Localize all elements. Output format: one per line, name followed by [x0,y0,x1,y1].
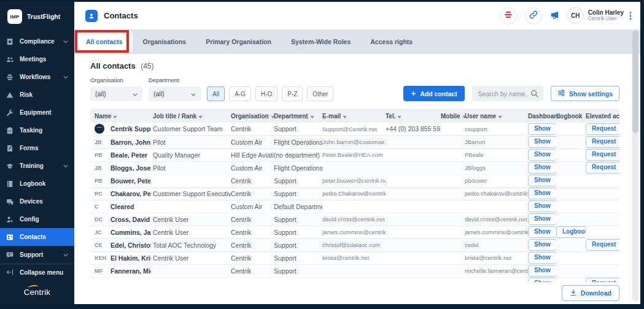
contact-row[interactable]: DCCross, DavidCentrik UserCentrikSupport… [90,213,619,226]
scrollbar-track[interactable] [632,29,638,301]
kebab-menu-icon[interactable] [629,12,632,20]
download-button[interactable]: Download [562,285,619,301]
contact-row[interactable]: MFFanneran, MichelleCentrikSupportmichel… [90,264,619,277]
app-window: IMP TrustFlight ComplianceMeetingsWorkfl… [0,0,644,309]
contact-row[interactable]: PBBeale, PeterQuality ManagerHill Edge A… [90,148,619,161]
show-dashboard-button[interactable]: Show [528,136,556,148]
contact-row[interactable]: PCChakarov, PetkoCustomer Support Execut… [90,187,619,200]
show-dashboard-button[interactable]: Show [528,213,556,225]
user-menu[interactable]: CH Colin Harley Centrik User [567,7,632,24]
show-dashboard-button[interactable]: Show [528,200,556,212]
show-dashboard-button[interactable]: Show [528,188,556,199]
logbook-button[interactable]: Logbook [556,226,586,238]
contact-row[interactable]: ShowRequest [90,277,619,282]
column-header-mobile[interactable]: Mobile [441,109,465,123]
tab-organisations[interactable]: Organisations [133,29,196,54]
request-elevated-access-button[interactable]: Request [586,239,619,251]
contact-row[interactable]: KEHEl Hakim, KristaCentrik UserCentrikSu… [90,251,619,264]
request-elevated-access-button[interactable]: Request [586,162,619,174]
sidebar-item-training[interactable]: Training [0,157,74,175]
request-elevated-access-button[interactable]: Request [586,136,619,148]
sidebar-item-logbook[interactable]: Logbook [0,175,74,193]
sidebar-item-workflows[interactable]: Workflows [0,68,74,86]
sliders-icon [557,90,565,97]
organisation-cell: Centrik [231,187,274,200]
sidebar-item-devices[interactable]: Devices [0,193,74,210]
tel-cell [386,226,441,238]
sidebar-item-contacts[interactable]: Contacts [0,228,74,246]
show-dashboard-button[interactable]: Show [528,252,556,264]
tab-access-rights[interactable]: Access rights [360,29,422,54]
tab-all-contacts[interactable]: All contacts [76,31,133,52]
username-cell: michelle.fanneran@centrik.net [465,264,528,277]
job-title-cell: Centrik User [153,226,231,238]
organisation-select[interactable]: (all) [90,86,142,101]
scrollbar-thumb[interactable] [632,30,638,133]
tab-primary-organisation[interactable]: Primary Organisation [196,29,281,54]
equipment-icon [6,109,14,116]
sidebar-item-config[interactable]: Config [0,210,74,228]
show-settings-button[interactable]: Show settings [551,86,619,101]
sidebar-item-label: Equipment [20,109,68,116]
workflows-status-button[interactable] [500,7,517,25]
sidebar-item-label: Training [20,162,58,169]
show-dashboard-button[interactable]: Show [528,265,556,277]
tel-cell [386,148,441,161]
request-elevated-access-button[interactable]: Request [586,278,619,282]
column-header-organisation[interactable]: Organisation [231,109,274,123]
show-dashboard-button[interactable]: Show [528,175,556,186]
column-header-e-mail[interactable]: E-mail [322,109,386,123]
centrik-logo: Centrik [24,288,50,297]
column-header-tel[interactable]: Tel. [386,109,441,123]
link-button[interactable] [525,7,542,25]
announcements-button[interactable] [550,10,559,21]
sidebar-item-tasking[interactable]: Tasking [0,121,74,139]
show-dashboard-button[interactable]: Show [528,239,556,251]
compliance-icon [6,37,14,45]
sidebar-item-equipment[interactable]: Equipment [0,104,74,121]
contact-row[interactable]: JBBarron, JohnPilotCustom AirFlight Oper… [90,135,619,148]
add-contact-button[interactable]: Add contact [403,86,465,101]
contact-row[interactable]: PBBouwer, PeterCentrikSupportpeter.bouwe… [90,174,619,187]
dashboard-cell: Show [528,213,556,226]
contact-row[interactable]: CClearedCustom AirDefault DepartmentShow [90,200,619,213]
request-elevated-access-button[interactable]: Request [586,149,619,161]
collapse-icon [6,269,14,277]
job-title-cell: Customer Support Team [153,123,231,135]
sidebar-item-support[interactable]: Support [0,246,74,264]
show-dashboard-button[interactable]: Show [528,226,556,238]
department-select[interactable]: (all) [149,86,201,101]
dashboard-cell: Show [528,161,556,174]
contact-name: Cross, David [111,216,150,223]
tab-system-wide-roles[interactable]: System-Wide Roles [281,29,360,54]
job-title-cell: Quality Manager [153,148,231,161]
alpha-filter-all[interactable]: All [207,86,225,101]
show-dashboard-button[interactable]: Show [528,162,556,174]
contact-row[interactable]: Centrik SupportCustomer Support TeamCent… [90,123,619,135]
show-dashboard-button[interactable]: Show [528,149,556,161]
sidebar-item-meetings[interactable]: Meetings [0,50,74,68]
show-dashboard-button[interactable]: Show [528,123,556,135]
collapse-menu-button[interactable]: Collapse menu [0,264,74,281]
sidebar-item-forms[interactable]: Forms [0,139,74,157]
contact-row[interactable]: JBBloggs, JosephPilotCustom AirFlight Op… [90,161,619,174]
contact-row[interactable]: JCCummins, JamesCentrik UserCentrikSuppo… [90,226,619,238]
contact-row[interactable]: CEEdel, ChristofTotal AOC TechnologyCent… [90,238,619,251]
header-actions: CH Colin Harley Centrik User [500,7,632,25]
show-dashboard-button[interactable]: Show [528,278,556,282]
alpha-filter-a-g[interactable]: A-G [229,86,251,101]
request-elevated-access-button[interactable]: Request [586,123,619,135]
sidebar-item-risk[interactable]: Risk [0,86,74,104]
filter-bar: Organisation (all) Department (all) AllA… [90,77,619,101]
column-header-dashboard: Dashboard [528,109,556,123]
alpha-filter-other[interactable]: Other [307,86,333,101]
column-header-department[interactable]: Department [274,109,322,123]
column-header-job-title-rank[interactable]: Job title / Rank [153,109,231,123]
sidebar-item-compliance[interactable]: Compliance [0,32,74,50]
plus-icon [411,90,416,97]
sidebar-item-label: Forms [20,145,68,151]
alpha-filter-p-z[interactable]: P-Z [282,86,303,101]
column-header-name[interactable]: Name [90,109,153,123]
alpha-filter-h-o[interactable]: H-O [255,86,277,101]
column-header-user-name[interactable]: User name [465,109,528,123]
